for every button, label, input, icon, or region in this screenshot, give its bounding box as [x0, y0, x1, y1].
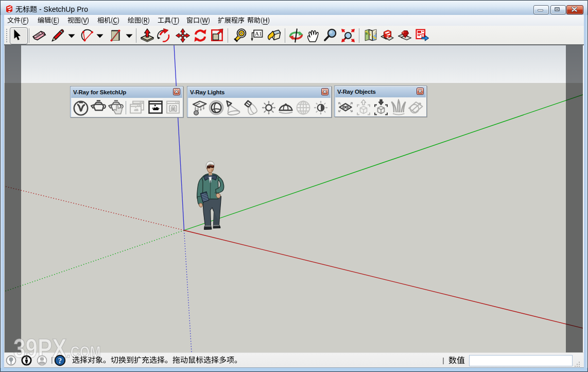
svg-text:A1: A1: [255, 30, 262, 37]
svg-text:?: ?: [58, 357, 62, 365]
